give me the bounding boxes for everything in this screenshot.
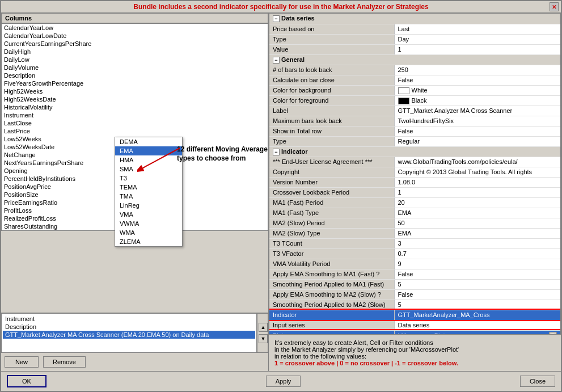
- property-key: Price based on: [269, 24, 394, 34]
- property-key: Maximum bars look back: [269, 116, 394, 126]
- property-value: False: [394, 126, 560, 136]
- property-row: T3 TCount3: [269, 238, 560, 248]
- property-key: Type: [269, 136, 394, 146]
- column-item[interactable]: LastClose: [2, 119, 268, 127]
- column-item[interactable]: CalendarYearLowDate: [2, 32, 268, 40]
- property-key: MA1 (Fast) Period: [269, 197, 394, 208]
- ma-type-item[interactable]: WMA: [115, 228, 182, 237]
- property-key: Copyright: [269, 167, 394, 177]
- section-collapse-icon[interactable]: −: [273, 149, 280, 155]
- property-row: Input seriesData series: [269, 320, 560, 330]
- column-item[interactable]: DailyVolume: [2, 64, 268, 71]
- property-key: Smoothing Period Applied to MA2 (Slow): [269, 300, 394, 310]
- banner-close-button[interactable]: ✕: [550, 2, 559, 11]
- left-bottom: InstrumentDescriptionGTT_Market Analyzer…: [1, 313, 268, 371]
- ma-type-item[interactable]: EMA: [115, 146, 182, 155]
- columns-header: Columns: [1, 13, 268, 23]
- section-collapse-icon[interactable]: −: [273, 57, 280, 64]
- property-row: T3 VFactor0.7: [269, 248, 560, 259]
- properties-table: −Data seriesPrice based onLastTypeDayVal…: [269, 14, 560, 335]
- apply-button[interactable]: Apply: [266, 376, 301, 387]
- property-key: Input series: [269, 320, 394, 330]
- column-item[interactable]: High52WeeksDate: [2, 95, 268, 103]
- selected-list-area: InstrumentDescriptionGTT_Market Analyzer…: [1, 313, 257, 353]
- property-key: T3 VFactor: [269, 248, 394, 259]
- property-value: 250: [394, 65, 560, 75]
- selected-column-item[interactable]: Instrument: [3, 315, 255, 323]
- property-key: Color for foreground: [269, 95, 394, 106]
- close-button[interactable]: Close: [520, 376, 555, 387]
- property-row: Smoothing Period Applied to MA1 (Fast)5: [269, 279, 560, 289]
- property-row: Version Number1.08.0: [269, 177, 560, 187]
- property-value: TwoHundredFiftySix: [394, 116, 560, 126]
- column-item[interactable]: DailyHigh: [2, 48, 268, 56]
- column-item[interactable]: CalendarYearLow: [2, 24, 268, 32]
- section-label: Data series: [281, 15, 315, 22]
- section-collapse-icon[interactable]: −: [273, 15, 280, 22]
- ma-type-item[interactable]: LinReg: [115, 201, 182, 210]
- ma-type-item[interactable]: SMA: [115, 165, 182, 174]
- property-row: VMA Volatility Period9: [269, 259, 560, 269]
- property-value: 5: [394, 300, 560, 310]
- scroll-down-arrow[interactable]: ▼: [259, 334, 268, 343]
- property-key: Plot: [269, 330, 394, 335]
- property-row: MA2 (Slow) TypeEMA: [269, 228, 560, 238]
- new-button[interactable]: New: [5, 356, 39, 368]
- property-row: Apply EMA Smoothing to MA1 (Fast) ?False: [269, 269, 560, 279]
- property-value: 9: [394, 259, 560, 269]
- property-value: 0.7: [394, 248, 560, 259]
- selected-column-item[interactable]: GTT_Market Analyzer MA Cross Scanner (EM…: [3, 331, 255, 339]
- column-item[interactable]: HistoricalVolatility: [2, 103, 268, 111]
- properties-scroll[interactable]: −Data seriesPrice based onLastTypeDayVal…: [269, 13, 561, 335]
- column-item[interactable]: Instrument: [2, 111, 268, 119]
- column-item[interactable]: High52Weeks: [2, 87, 268, 95]
- remove-button[interactable]: Remove: [43, 356, 86, 368]
- selected-row: InstrumentDescriptionGTT_Market Analyzer…: [1, 313, 268, 353]
- note-bold: 1 = crossover above | 0 = no crossover |…: [274, 360, 555, 366]
- ma-type-item[interactable]: TMA: [115, 192, 182, 201]
- property-row: TypeDay: [269, 34, 560, 44]
- section-label: General: [281, 56, 305, 63]
- property-row: −Indicator: [269, 146, 560, 157]
- property-row: CopyrightCopyright © 2013 Global Trading…: [269, 167, 560, 177]
- scroll-up-arrow[interactable]: ▲: [259, 323, 268, 332]
- ok-button[interactable]: OK: [7, 375, 47, 387]
- property-value: GTT_Market Analyzer MA Cross Scanner: [394, 106, 560, 116]
- property-value: False: [394, 75, 560, 85]
- property-row: Color for foregroundBlack: [269, 95, 560, 106]
- property-value: EMA: [394, 228, 560, 238]
- main-window: Bundle includes a second indicator speci…: [0, 0, 562, 392]
- property-row: TypeRegular: [269, 136, 560, 146]
- property-value: 1: [394, 44, 560, 54]
- ma-type-item[interactable]: T3: [115, 174, 182, 183]
- property-row: Value1: [269, 44, 560, 54]
- property-key: *** End-User License Agreement ***: [269, 157, 394, 167]
- ma-type-item[interactable]: DEMA: [115, 137, 182, 146]
- ma-type-item[interactable]: VMA: [115, 210, 182, 219]
- column-item[interactable]: Description: [2, 71, 268, 79]
- property-row: MA1 (Fast) TypeEMA: [269, 208, 560, 218]
- section-label: Indicator: [281, 148, 307, 155]
- selected-column-item[interactable]: Description: [3, 323, 255, 331]
- ma-type-item[interactable]: HMA: [115, 155, 182, 165]
- property-key: Apply EMA Smoothing to MA1 (Fast) ?: [269, 269, 394, 279]
- ma-type-item[interactable]: ZLEMA: [115, 237, 182, 246]
- left-panel: Columns CalendarYearLowCalendarYearLowDa…: [1, 13, 269, 371]
- property-value: Data series: [394, 320, 560, 330]
- column-item[interactable]: FiveYearsGrowthPercentage: [2, 79, 268, 87]
- selected-columns[interactable]: InstrumentDescriptionGTT_Market Analyzer…: [1, 313, 257, 353]
- right-note: It's extremely easy to create Alert, Cel…: [269, 335, 561, 371]
- property-row: −General: [269, 54, 560, 65]
- ma-type-item[interactable]: TEMA: [115, 183, 182, 192]
- property-row: Price based onLast: [269, 24, 560, 34]
- ma-type-dropdown[interactable]: DEMAEMAHMASMAT3TEMATMALinRegVMAVWMAWMAZL…: [115, 137, 183, 247]
- property-row: LabelGTT_Market Analyzer MA Cross Scanne…: [269, 106, 560, 116]
- column-item[interactable]: DailyLow: [2, 56, 268, 64]
- ma-type-item[interactable]: VWMA: [115, 219, 182, 228]
- property-key: # of bars to look back: [269, 65, 394, 75]
- column-item[interactable]: LastPrice: [2, 127, 268, 135]
- property-value: 1.08.0: [394, 177, 560, 187]
- property-row: Color for backgroundWhite: [269, 85, 560, 95]
- column-item[interactable]: CurrentYearsEarningsPerShare: [2, 40, 268, 48]
- right-panel: −Data seriesPrice based onLastTypeDayVal…: [269, 13, 561, 371]
